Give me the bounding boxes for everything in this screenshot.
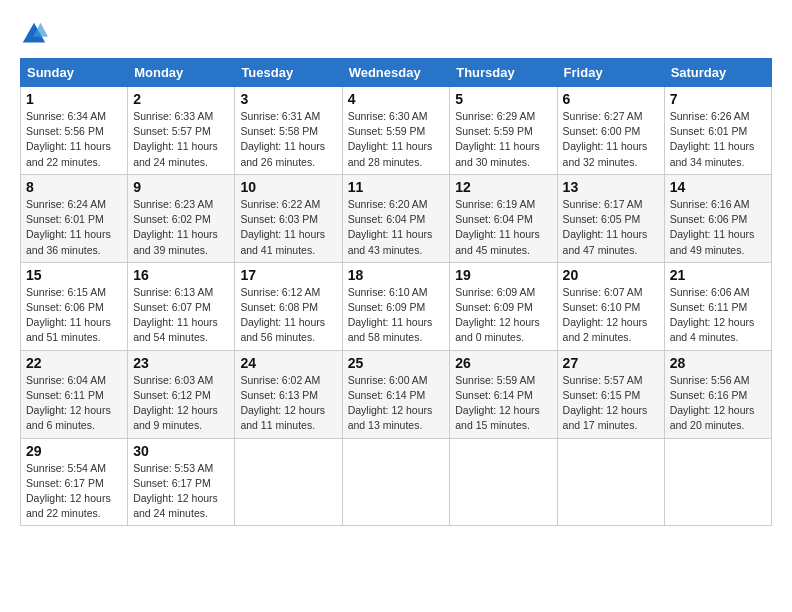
day-number: 29	[26, 443, 122, 459]
day-number: 11	[348, 179, 445, 195]
calendar-cell: 19 Sunrise: 6:09 AMSunset: 6:09 PMDaylig…	[450, 262, 557, 350]
calendar-cell: 29 Sunrise: 5:54 AMSunset: 6:17 PMDaylig…	[21, 438, 128, 526]
day-info: Sunrise: 5:53 AMSunset: 6:17 PMDaylight:…	[133, 461, 229, 522]
day-info: Sunrise: 6:03 AMSunset: 6:12 PMDaylight:…	[133, 373, 229, 434]
calendar-cell: 22 Sunrise: 6:04 AMSunset: 6:11 PMDaylig…	[21, 350, 128, 438]
day-number: 22	[26, 355, 122, 371]
day-number: 7	[670, 91, 766, 107]
page-header	[20, 20, 772, 48]
day-number: 9	[133, 179, 229, 195]
day-number: 5	[455, 91, 551, 107]
day-number: 16	[133, 267, 229, 283]
calendar-cell: 4 Sunrise: 6:30 AMSunset: 5:59 PMDayligh…	[342, 87, 450, 175]
calendar-cell: 10 Sunrise: 6:22 AMSunset: 6:03 PMDaylig…	[235, 174, 342, 262]
calendar-cell: 15 Sunrise: 6:15 AMSunset: 6:06 PMDaylig…	[21, 262, 128, 350]
calendar-cell: 14 Sunrise: 6:16 AMSunset: 6:06 PMDaylig…	[664, 174, 771, 262]
calendar-cell: 25 Sunrise: 6:00 AMSunset: 6:14 PMDaylig…	[342, 350, 450, 438]
day-info: Sunrise: 6:30 AMSunset: 5:59 PMDaylight:…	[348, 109, 445, 170]
day-number: 1	[26, 91, 122, 107]
week-row-1: 1 Sunrise: 6:34 AMSunset: 5:56 PMDayligh…	[21, 87, 772, 175]
calendar-cell: 30 Sunrise: 5:53 AMSunset: 6:17 PMDaylig…	[128, 438, 235, 526]
day-number: 8	[26, 179, 122, 195]
calendar-cell: 8 Sunrise: 6:24 AMSunset: 6:01 PMDayligh…	[21, 174, 128, 262]
calendar-cell	[664, 438, 771, 526]
day-info: Sunrise: 6:33 AMSunset: 5:57 PMDaylight:…	[133, 109, 229, 170]
day-info: Sunrise: 6:06 AMSunset: 6:11 PMDaylight:…	[670, 285, 766, 346]
calendar-cell: 16 Sunrise: 6:13 AMSunset: 6:07 PMDaylig…	[128, 262, 235, 350]
weekday-header-saturday: Saturday	[664, 59, 771, 87]
day-number: 12	[455, 179, 551, 195]
weekday-header-friday: Friday	[557, 59, 664, 87]
weekday-header-thursday: Thursday	[450, 59, 557, 87]
day-info: Sunrise: 6:19 AMSunset: 6:04 PMDaylight:…	[455, 197, 551, 258]
calendar-cell: 13 Sunrise: 6:17 AMSunset: 6:05 PMDaylig…	[557, 174, 664, 262]
day-number: 23	[133, 355, 229, 371]
day-info: Sunrise: 6:20 AMSunset: 6:04 PMDaylight:…	[348, 197, 445, 258]
day-info: Sunrise: 6:17 AMSunset: 6:05 PMDaylight:…	[563, 197, 659, 258]
day-info: Sunrise: 6:09 AMSunset: 6:09 PMDaylight:…	[455, 285, 551, 346]
day-number: 13	[563, 179, 659, 195]
day-number: 30	[133, 443, 229, 459]
day-number: 26	[455, 355, 551, 371]
calendar-cell: 20 Sunrise: 6:07 AMSunset: 6:10 PMDaylig…	[557, 262, 664, 350]
calendar-cell: 5 Sunrise: 6:29 AMSunset: 5:59 PMDayligh…	[450, 87, 557, 175]
calendar-cell: 1 Sunrise: 6:34 AMSunset: 5:56 PMDayligh…	[21, 87, 128, 175]
day-number: 18	[348, 267, 445, 283]
day-info: Sunrise: 6:07 AMSunset: 6:10 PMDaylight:…	[563, 285, 659, 346]
weekday-header-monday: Monday	[128, 59, 235, 87]
calendar-cell	[342, 438, 450, 526]
day-info: Sunrise: 6:10 AMSunset: 6:09 PMDaylight:…	[348, 285, 445, 346]
day-number: 21	[670, 267, 766, 283]
day-info: Sunrise: 6:16 AMSunset: 6:06 PMDaylight:…	[670, 197, 766, 258]
weekday-header-sunday: Sunday	[21, 59, 128, 87]
day-info: Sunrise: 5:56 AMSunset: 6:16 PMDaylight:…	[670, 373, 766, 434]
day-info: Sunrise: 6:29 AMSunset: 5:59 PMDaylight:…	[455, 109, 551, 170]
calendar-cell: 6 Sunrise: 6:27 AMSunset: 6:00 PMDayligh…	[557, 87, 664, 175]
day-number: 17	[240, 267, 336, 283]
week-row-4: 22 Sunrise: 6:04 AMSunset: 6:11 PMDaylig…	[21, 350, 772, 438]
day-number: 20	[563, 267, 659, 283]
calendar-cell: 18 Sunrise: 6:10 AMSunset: 6:09 PMDaylig…	[342, 262, 450, 350]
day-info: Sunrise: 6:31 AMSunset: 5:58 PMDaylight:…	[240, 109, 336, 170]
calendar-cell: 27 Sunrise: 5:57 AMSunset: 6:15 PMDaylig…	[557, 350, 664, 438]
day-info: Sunrise: 6:00 AMSunset: 6:14 PMDaylight:…	[348, 373, 445, 434]
weekday-header-row: SundayMondayTuesdayWednesdayThursdayFrid…	[21, 59, 772, 87]
day-number: 2	[133, 91, 229, 107]
day-info: Sunrise: 6:12 AMSunset: 6:08 PMDaylight:…	[240, 285, 336, 346]
day-info: Sunrise: 5:54 AMSunset: 6:17 PMDaylight:…	[26, 461, 122, 522]
day-info: Sunrise: 6:22 AMSunset: 6:03 PMDaylight:…	[240, 197, 336, 258]
calendar-cell: 9 Sunrise: 6:23 AMSunset: 6:02 PMDayligh…	[128, 174, 235, 262]
day-number: 3	[240, 91, 336, 107]
day-info: Sunrise: 6:24 AMSunset: 6:01 PMDaylight:…	[26, 197, 122, 258]
day-info: Sunrise: 6:15 AMSunset: 6:06 PMDaylight:…	[26, 285, 122, 346]
day-info: Sunrise: 6:26 AMSunset: 6:01 PMDaylight:…	[670, 109, 766, 170]
calendar-cell	[557, 438, 664, 526]
day-number: 15	[26, 267, 122, 283]
day-number: 4	[348, 91, 445, 107]
day-number: 25	[348, 355, 445, 371]
day-number: 27	[563, 355, 659, 371]
weekday-header-tuesday: Tuesday	[235, 59, 342, 87]
day-number: 24	[240, 355, 336, 371]
week-row-5: 29 Sunrise: 5:54 AMSunset: 6:17 PMDaylig…	[21, 438, 772, 526]
day-info: Sunrise: 5:59 AMSunset: 6:14 PMDaylight:…	[455, 373, 551, 434]
calendar-cell: 28 Sunrise: 5:56 AMSunset: 6:16 PMDaylig…	[664, 350, 771, 438]
day-number: 14	[670, 179, 766, 195]
calendar-cell: 7 Sunrise: 6:26 AMSunset: 6:01 PMDayligh…	[664, 87, 771, 175]
calendar-cell: 23 Sunrise: 6:03 AMSunset: 6:12 PMDaylig…	[128, 350, 235, 438]
calendar-cell: 11 Sunrise: 6:20 AMSunset: 6:04 PMDaylig…	[342, 174, 450, 262]
calendar-cell: 3 Sunrise: 6:31 AMSunset: 5:58 PMDayligh…	[235, 87, 342, 175]
calendar-cell: 2 Sunrise: 6:33 AMSunset: 5:57 PMDayligh…	[128, 87, 235, 175]
calendar-table: SundayMondayTuesdayWednesdayThursdayFrid…	[20, 58, 772, 526]
logo-icon	[20, 20, 48, 48]
calendar-cell	[450, 438, 557, 526]
day-number: 10	[240, 179, 336, 195]
calendar-cell	[235, 438, 342, 526]
day-info: Sunrise: 6:23 AMSunset: 6:02 PMDaylight:…	[133, 197, 229, 258]
day-info: Sunrise: 6:34 AMSunset: 5:56 PMDaylight:…	[26, 109, 122, 170]
day-info: Sunrise: 6:02 AMSunset: 6:13 PMDaylight:…	[240, 373, 336, 434]
logo	[20, 20, 52, 48]
calendar-cell: 26 Sunrise: 5:59 AMSunset: 6:14 PMDaylig…	[450, 350, 557, 438]
day-number: 19	[455, 267, 551, 283]
week-row-3: 15 Sunrise: 6:15 AMSunset: 6:06 PMDaylig…	[21, 262, 772, 350]
